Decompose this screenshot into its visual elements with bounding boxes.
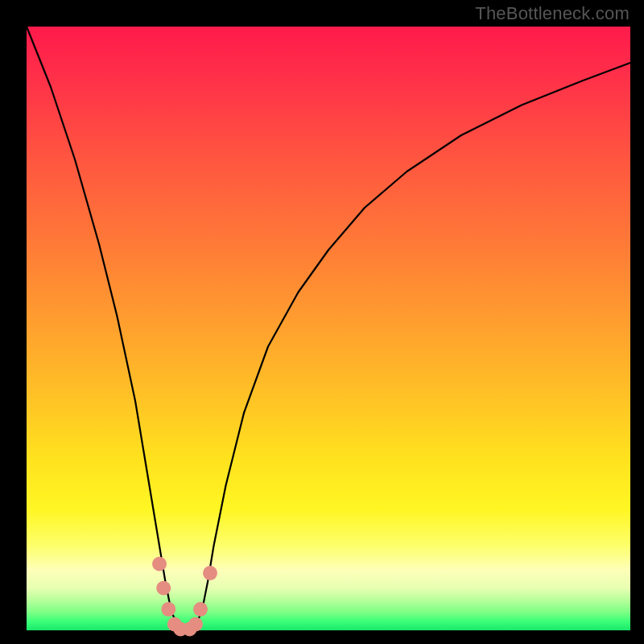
curve-marker [156, 581, 171, 596]
curve-marker [161, 602, 175, 617]
curve-marker [188, 617, 203, 632]
curve-markers [152, 557, 217, 637]
bottleneck-curve [27, 27, 630, 630]
watermark-text: TheBottleneck.com [475, 3, 630, 24]
curve-marker [193, 602, 208, 617]
curve-marker [203, 566, 217, 580]
curve-path [27, 27, 630, 630]
plot-area [27, 27, 630, 630]
curve-marker [152, 557, 167, 572]
chart-frame: TheBottleneck.com [0, 0, 644, 644]
